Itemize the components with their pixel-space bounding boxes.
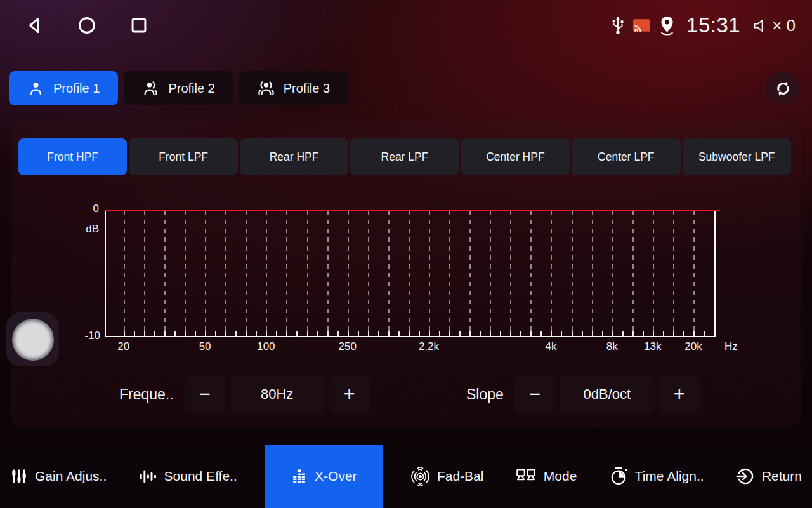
recents-icon[interactable] xyxy=(128,14,150,37)
filter-tab-rear-lpf[interactable]: Rear LPF xyxy=(350,138,459,175)
filter-tab-label: Front HPF xyxy=(47,150,98,164)
mode-icon xyxy=(516,467,537,486)
x-axis-unit: Hz xyxy=(724,340,738,353)
filter-tab-subwoofer-lpf[interactable]: Subwoofer LPF xyxy=(683,138,791,175)
xover-panel: Front HPF Front LPF Rear HPF Rear LPF Ce… xyxy=(11,121,801,427)
clock: 15:31 xyxy=(686,13,740,37)
frequency-plus-button[interactable]: + xyxy=(329,376,370,413)
cast-icon xyxy=(632,18,652,34)
frequency-response-chart: 0 dB -10 20501002502.2k4k8k13k20k Hz xyxy=(105,210,716,337)
floating-knob-button[interactable] xyxy=(6,312,59,366)
nav-item-label: Sound Effe.. xyxy=(164,469,237,484)
nav-item-label: Fad-Bal xyxy=(437,469,484,484)
nav-item-time-align[interactable]: Time Align.. xyxy=(605,444,708,508)
profile-person-2-icon xyxy=(142,80,159,97)
response-curve xyxy=(105,210,720,211)
profile-tab-label: Profile 3 xyxy=(284,81,330,96)
volume-indicator: × 0 xyxy=(752,16,796,36)
chart-x-labels: 20501002502.2k4k8k13k20k xyxy=(106,340,714,356)
nav-item-gain-adjust[interactable]: Gain Adjus.. xyxy=(6,444,110,508)
filter-tab-center-lpf[interactable]: Center LPF xyxy=(572,138,680,175)
nav-item-label: Mode xyxy=(544,469,577,484)
frequency-control: Freque.. − 80Hz + xyxy=(119,376,370,413)
android-nav-buttons xyxy=(24,14,150,37)
sync-icon xyxy=(773,79,793,98)
nav-item-label: Gain Adjus.. xyxy=(35,469,107,484)
filter-tab-label: Rear HPF xyxy=(270,150,319,164)
profile-person-3-icon xyxy=(258,80,275,97)
nav-item-label: Time Align.. xyxy=(635,469,704,484)
slope-minus-button[interactable]: − xyxy=(514,376,555,413)
nav-item-label: X-Over xyxy=(315,469,357,484)
filter-tab-label: Subwoofer LPF xyxy=(698,150,775,164)
nav-item-return[interactable]: Return xyxy=(732,444,806,508)
filter-tab-label: Rear LPF xyxy=(381,150,429,164)
sync-button[interactable] xyxy=(766,71,800,105)
xover-icon xyxy=(291,469,308,485)
slope-label: Slope xyxy=(466,386,504,403)
filter-tab-front-lpf[interactable]: Front LPF xyxy=(129,138,237,175)
home-icon[interactable] xyxy=(75,14,98,37)
frequency-label: Freque.. xyxy=(119,386,174,403)
profile-person-icon xyxy=(27,80,44,97)
filter-tab-center-hpf[interactable]: Center HPF xyxy=(461,138,570,175)
profile-tab-label: Profile 2 xyxy=(168,81,214,96)
back-icon[interactable] xyxy=(24,14,46,37)
status-bar: 15:31 × 0 xyxy=(0,0,812,51)
gain-adjust-icon xyxy=(10,467,28,485)
time-align-icon xyxy=(609,467,628,486)
frequency-value: 80Hz xyxy=(230,376,325,413)
filter-tab-front-hpf[interactable]: Front HPF xyxy=(18,138,127,175)
profile-tab-3[interactable]: Profile 3 xyxy=(239,71,348,105)
bottom-nav: Gain Adjus.. Sound Effe.. X-Over xyxy=(0,444,812,508)
filter-tab-rear-hpf[interactable]: Rear HPF xyxy=(240,138,348,175)
profile-tabs: Profile 1 Profile 2 Profile 3 xyxy=(9,71,800,105)
profile-tab-1[interactable]: Profile 1 xyxy=(9,71,118,105)
status-icons: 15:31 × 0 xyxy=(610,13,796,37)
nav-item-xover[interactable]: X-Over xyxy=(265,444,383,508)
frequency-minus-button[interactable]: − xyxy=(185,376,225,413)
volume-level: × 0 xyxy=(772,16,796,36)
nav-item-sound-effects[interactable]: Sound Effe.. xyxy=(135,444,241,508)
location-icon xyxy=(658,15,676,36)
return-icon xyxy=(736,467,755,486)
filter-tab-label: Front LPF xyxy=(159,150,208,164)
usb-icon xyxy=(610,15,625,36)
nav-item-mode[interactable]: Mode xyxy=(512,444,581,508)
chart-ticks xyxy=(106,210,714,336)
y-axis-tick-min10: -10 xyxy=(84,330,100,342)
volume-muted-icon xyxy=(752,17,770,34)
slope-value: 0dB/oct xyxy=(560,376,655,413)
filter-tab-label: Center HPF xyxy=(486,150,544,164)
knob-icon xyxy=(12,319,54,361)
y-axis-unit: dB xyxy=(86,223,99,236)
nav-item-fad-bal[interactable]: Fad-Bal xyxy=(407,444,488,508)
filter-tab-label: Center LPF xyxy=(598,150,654,164)
nav-item-label: Return xyxy=(762,469,802,484)
profile-tab-label: Profile 1 xyxy=(53,81,100,96)
sound-effects-icon xyxy=(139,468,157,485)
filter-tabs: Front HPF Front LPF Rear HPF Rear LPF Ce… xyxy=(18,138,791,175)
y-axis-tick-0: 0 xyxy=(93,203,99,215)
fad-bal-icon xyxy=(410,467,430,486)
slope-plus-button[interactable]: + xyxy=(659,376,700,413)
profile-tab-2[interactable]: Profile 2 xyxy=(124,71,233,105)
slope-control: Slope − 0dB/oct + xyxy=(466,376,700,413)
